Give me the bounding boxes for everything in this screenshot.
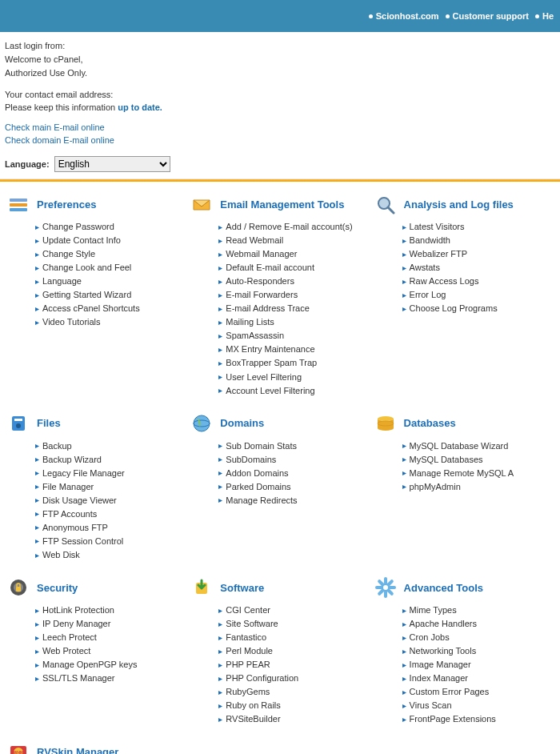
list-item[interactable]: ▸Leech Protect: [35, 631, 183, 644]
list-item-link[interactable]: Parked Domains: [226, 480, 290, 494]
list-item[interactable]: ▸Mime Types: [402, 604, 550, 617]
list-item-link[interactable]: MySQL Databases: [410, 453, 483, 467]
list-item-link[interactable]: RubyGems: [226, 685, 270, 699]
list-item[interactable]: ▸MySQL Database Wizard: [402, 439, 550, 453]
list-item[interactable]: ▸Raw Access Logs: [402, 275, 550, 288]
section-title[interactable]: RVSkin Manager: [37, 746, 118, 754]
list-item[interactable]: ▸FTP Session Control: [35, 535, 183, 548]
list-item-link[interactable]: User Level Filtering: [226, 371, 302, 384]
list-item[interactable]: ▸Manage Redirects: [218, 494, 366, 507]
list-item[interactable]: ▸E-mail Address Trace: [218, 302, 366, 315]
list-item[interactable]: ▸Legacy File Manager: [35, 467, 183, 480]
list-item[interactable]: ▸Disk Usage Viewer: [35, 494, 183, 507]
list-item-link[interactable]: Change Style: [42, 247, 95, 261]
list-item-link[interactable]: Image Manager: [410, 658, 471, 672]
list-item[interactable]: ▸Site Software: [218, 617, 366, 631]
list-item-link[interactable]: Error Log: [410, 288, 446, 302]
list-item[interactable]: ▸Backup Wizard: [35, 453, 183, 467]
list-item-link[interactable]: Web Protect: [42, 644, 90, 658]
list-item[interactable]: ▸Read Webmail: [218, 234, 366, 247]
list-item[interactable]: ▸Virus Scan: [402, 699, 550, 712]
list-item[interactable]: ▸MX Entry Maintenance: [218, 343, 366, 356]
list-item-link[interactable]: SSL/TLS Manager: [42, 672, 115, 685]
language-select[interactable]: English: [54, 156, 170, 172]
section-title[interactable]: Security: [37, 582, 78, 594]
list-item-link[interactable]: Legacy File Manager: [42, 467, 125, 480]
list-item-link[interactable]: Webalizer FTP: [410, 247, 468, 261]
list-item[interactable]: ▸Image Manager: [402, 658, 550, 672]
list-item[interactable]: ▸Webalizer FTP: [402, 247, 550, 261]
list-item-link[interactable]: Add / Remove E-mail account(s): [226, 220, 352, 234]
list-item[interactable]: ▸Perl Module: [218, 644, 366, 658]
list-item-link[interactable]: Perl Module: [226, 644, 273, 658]
list-item-link[interactable]: Manage Remote MySQL A: [410, 467, 514, 480]
list-item[interactable]: ▸MySQL Databases: [402, 453, 550, 467]
list-item-link[interactable]: Awstats: [410, 261, 440, 275]
list-item-link[interactable]: Choose Log Programs: [410, 302, 498, 315]
up-to-date-link[interactable]: up to date.: [118, 102, 162, 112]
list-item[interactable]: ▸HotLink Protection: [35, 604, 183, 617]
list-item-link[interactable]: MySQL Database Wizard: [410, 439, 509, 453]
list-item-link[interactable]: Manage Redirects: [226, 494, 297, 507]
list-item-link[interactable]: Mime Types: [410, 604, 457, 617]
list-item[interactable]: ▸Change Style: [35, 247, 183, 261]
list-item[interactable]: ▸PHP PEAR: [218, 658, 366, 672]
list-item[interactable]: ▸SpamAssassin: [218, 329, 366, 343]
list-item-link[interactable]: Backup: [42, 439, 72, 453]
list-item-link[interactable]: Virus Scan: [410, 699, 452, 712]
list-item[interactable]: ▸FTP Accounts: [35, 507, 183, 521]
section-title[interactable]: Databases: [404, 417, 456, 429]
check-domain-email-link[interactable]: Check domain E-mail online: [5, 134, 555, 146]
list-item[interactable]: ▸Account Level Filtering: [218, 384, 366, 398]
list-item[interactable]: ▸E-mail Forwarders: [218, 288, 366, 302]
list-item-link[interactable]: HotLink Protection: [42, 604, 114, 617]
list-item[interactable]: ▸Web Disk: [35, 548, 183, 562]
list-item[interactable]: ▸SubDomains: [218, 453, 366, 467]
list-item-link[interactable]: Mailing Lists: [226, 315, 274, 329]
list-item[interactable]: ▸Awstats: [402, 261, 550, 275]
list-item[interactable]: ▸Default E-mail account: [218, 261, 366, 275]
list-item-link[interactable]: BoxTrapper Spam Trap: [226, 356, 317, 370]
list-item-link[interactable]: CGI Center: [226, 604, 270, 617]
list-item-link[interactable]: Leech Protect: [42, 631, 97, 644]
list-item[interactable]: ▸Auto-Responders: [218, 275, 366, 288]
list-item-link[interactable]: SubDomains: [226, 453, 276, 467]
section-title[interactable]: Email Management Tools: [220, 199, 344, 211]
list-item[interactable]: ▸Access cPanel Shortcuts: [35, 302, 183, 315]
list-item-link[interactable]: IP Deny Manager: [42, 617, 110, 631]
list-item[interactable]: ▸Add / Remove E-mail account(s): [218, 220, 366, 234]
list-item[interactable]: ▸phpMyAdmin: [402, 480, 550, 494]
list-item[interactable]: ▸Manage Remote MySQL A: [402, 467, 550, 480]
list-item[interactable]: ▸Addon Domains: [218, 467, 366, 480]
list-item[interactable]: ▸Ruby on Rails: [218, 699, 366, 712]
list-item[interactable]: ▸Change Look and Feel: [35, 261, 183, 275]
list-item-link[interactable]: Change Password: [42, 220, 114, 234]
check-main-email-link[interactable]: Check main E-mail online: [5, 122, 555, 134]
list-item[interactable]: ▸Choose Log Programs: [402, 302, 550, 315]
section-title[interactable]: Domains: [220, 417, 264, 429]
list-item[interactable]: ▸Mailing Lists: [218, 315, 366, 329]
list-item-link[interactable]: FTP Session Control: [42, 535, 123, 548]
list-item[interactable]: ▸Custom Error Pages: [402, 685, 550, 699]
list-item-link[interactable]: Raw Access Logs: [410, 275, 479, 288]
list-item[interactable]: ▸Index Manager: [402, 672, 550, 685]
list-item-link[interactable]: Index Manager: [410, 672, 468, 685]
list-item-link[interactable]: Language: [42, 275, 82, 288]
list-item[interactable]: ▸Update Contact Info: [35, 234, 183, 247]
list-item-link[interactable]: MX Entry Maintenance: [226, 343, 314, 356]
list-item-link[interactable]: Latest Visitors: [410, 220, 465, 234]
list-item-link[interactable]: Web Disk: [42, 548, 80, 562]
list-item[interactable]: ▸BoxTrapper Spam Trap: [218, 356, 366, 370]
list-item-link[interactable]: Change Look and Feel: [42, 261, 131, 275]
list-item-link[interactable]: Apache Handlers: [410, 617, 477, 631]
list-item-link[interactable]: Getting Started Wizard: [42, 288, 131, 302]
list-item[interactable]: ▸Sub Domain Stats: [218, 439, 366, 453]
list-item-link[interactable]: Update Contact Info: [42, 234, 121, 247]
list-item-link[interactable]: SpamAssassin: [226, 329, 284, 343]
topnav-link-help[interactable]: He: [535, 11, 554, 21]
list-item-link[interactable]: Fantastico: [226, 631, 266, 644]
list-item[interactable]: ▸RubyGems: [218, 685, 366, 699]
list-item[interactable]: ▸Cron Jobs: [402, 631, 550, 644]
list-item-link[interactable]: Cron Jobs: [410, 631, 450, 644]
list-item-link[interactable]: Auto-Responders: [226, 275, 294, 288]
